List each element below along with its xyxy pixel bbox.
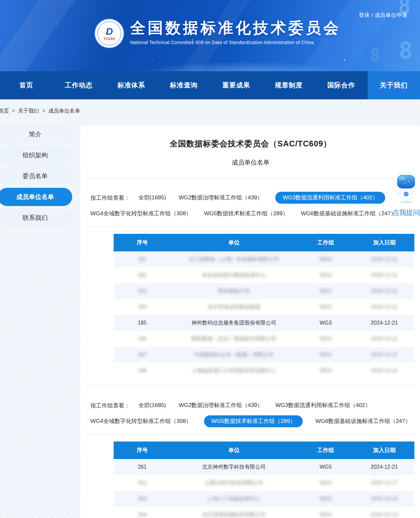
- cell-wg: WG3: [297, 331, 354, 347]
- login-apply-link[interactable]: 登录 / 成员单位申请: [359, 12, 407, 19]
- cell-text-unit: 数联数据（北京）数据技术有限公司: [191, 336, 276, 341]
- nav-item-standard-query[interactable]: 标准查询: [158, 71, 210, 99]
- filter-tab-wg5[interactable]: WG5数据技术标准工作组（289）: [204, 415, 303, 427]
- nav-item-regulations[interactable]: 规章制度: [263, 71, 315, 99]
- cell-text-seq: 183: [138, 288, 147, 294]
- cell-date: 2024-12-11: [354, 331, 414, 347]
- filter-group-label: 按工作组查看：: [90, 194, 130, 202]
- nav-item-standard-system[interactable]: 标准体系: [105, 71, 158, 99]
- cell-seq: 261: [114, 459, 171, 475]
- cell-text-unit: 北京市海淀区数据集团: [207, 304, 260, 310]
- table-row: 184北京市海淀区数据集团WG32024-12-11: [114, 299, 414, 315]
- sidebar-item-member-unit-list[interactable]: 成员单位名单: [0, 188, 72, 206]
- robot-mascot-icon[interactable]: [392, 172, 420, 203]
- cell-text-unit: 北京神州数字科技有限公司: [202, 464, 266, 470]
- cell-text-date: 2024-12-21: [371, 320, 398, 326]
- nav-item-home[interactable]: 首页: [0, 71, 53, 99]
- table-header-row: 序号单位工作组加入日期: [114, 441, 414, 459]
- cell-text-unit: 中国船级社认证（集团）有限公司: [194, 352, 274, 357]
- cell-text-wg: WG3: [320, 352, 332, 357]
- cell-text-wg: WG3: [320, 272, 332, 278]
- cell-wg: WG3: [297, 347, 354, 363]
- filter-tab-wg3[interactable]: WG3数据流通利用标准工作组（402）: [275, 192, 385, 204]
- cell-text-unit: 北京思维造物科技有限公司: [202, 512, 266, 517]
- column-header: 单位: [171, 441, 297, 459]
- filter-tab-wg6[interactable]: WG6数据基础设施标准工作组（247）: [301, 208, 396, 220]
- table-row: 262山西云时代科技有限公司WG52024-12-17: [114, 475, 414, 491]
- cell-text-wg: WG3: [320, 256, 332, 262]
- cell-text-unit: 上海临港浦江大学国际科技创新中心: [191, 368, 276, 373]
- filter-tab-all[interactable]: 全部(1685): [138, 192, 166, 204]
- cell-seq: 183: [114, 283, 171, 299]
- filter-tab-wg4[interactable]: WG4全域数字化转型标准工作组（308）: [90, 208, 191, 220]
- cell-date: 2024-12-13: [354, 491, 414, 507]
- breadcrumb-item[interactable]: 关于我们: [18, 108, 39, 115]
- filter-block-wg5: 按工作组查看：全部(1685)WG2数据治理标准工作组（439）WG3数据流通利…: [80, 386, 420, 431]
- filter-tab-all[interactable]: 全部(1685): [138, 399, 166, 411]
- cell-seq: 184: [114, 299, 171, 315]
- sidebar-item-member-list[interactable]: 委员名单: [0, 167, 72, 185]
- nav-item-about-us[interactable]: 关于我们: [368, 71, 420, 99]
- filter-tab-wg5[interactable]: WG5数据技术标准工作组（289）: [204, 208, 288, 220]
- site-title: 全国数据标准化技术委员会: [130, 19, 341, 37]
- filter-group-label: 按工作组查看：: [90, 402, 130, 409]
- table-row: 181长三角数链（上海）科技服务有限公司WG32024-12-11: [114, 251, 414, 267]
- filter-line: WG4全域数字化转型标准工作组（308）WG5数据技术标准工作组（289）WG6…: [90, 208, 411, 220]
- cell-unit: 上海临港浦江大学国际科技创新中心: [171, 363, 297, 379]
- sidebar-item-organization[interactable]: 组织架构: [0, 146, 72, 164]
- sidebar-item-intro[interactable]: 简介: [0, 125, 72, 143]
- table-row: 185神州数码信息服务集团股份有限公司WG32024-12-21: [114, 315, 414, 331]
- cell-seq: 264: [114, 507, 171, 518]
- cell-date: 2024-12-21: [354, 315, 414, 331]
- committee-logo: D TC609: [95, 19, 124, 48]
- column-header: 单位: [171, 234, 297, 251]
- cell-text-wg: WG3: [320, 336, 332, 341]
- cell-seq: 263: [114, 491, 171, 507]
- cell-text-date: 2024-12-13: [371, 496, 398, 501]
- cell-date: 2024-12-17: [354, 475, 414, 491]
- cell-text-unit: 山西云时代科技有限公司: [205, 480, 263, 486]
- nav-item-international[interactable]: 国际合作: [315, 71, 368, 99]
- cell-text-date: 2024-12-11: [371, 368, 398, 373]
- cell-seq: 185: [114, 315, 171, 331]
- cell-date: 2024-12-11: [354, 251, 414, 267]
- cell-text-date: 2024-12-11: [371, 352, 398, 357]
- brand: D TC609 全国数据标准化技术委员会 National Technical …: [95, 19, 341, 48]
- cell-text-seq: 182: [138, 272, 147, 278]
- page-title: 全国数据标委会技术委员会（SAC/TC609）: [80, 138, 420, 149]
- ask-me-link[interactable]: 点我提问: [391, 208, 420, 217]
- decorative-digit: 8: [370, 46, 380, 64]
- cell-seq: 181: [114, 251, 171, 267]
- column-header: 加入日期: [354, 441, 414, 459]
- filter-tab-wg3[interactable]: WG3数据流通利用标准工作组（402）: [275, 399, 371, 411]
- banner-sparkles: [53, 10, 54, 11]
- cell-date: 2024-12-11: [354, 267, 414, 283]
- breadcrumb: 首页>关于我们>成员单位名单: [0, 99, 420, 123]
- cell-unit: 北京神州数字科技有限公司: [171, 459, 297, 475]
- decorative-digit: 8: [399, 39, 413, 62]
- filter-tab-wg2[interactable]: WG2数据治理标准工作组（439）: [179, 192, 263, 204]
- cell-text-unit: 长三角数链（上海）科技服务有限公司: [189, 256, 279, 262]
- filter-tab-wg4[interactable]: WG4全域数字化转型标准工作组（308）: [90, 415, 191, 427]
- cell-wg: WG5: [297, 491, 354, 507]
- cell-text-wg: WG5: [320, 464, 332, 470]
- table-row: 182农业农村部大数据发展中心WG32024-12-11: [114, 267, 414, 283]
- filter-tab-wg2[interactable]: WG2数据治理标准工作组（439）: [179, 399, 263, 411]
- cell-wg: WG3: [297, 251, 354, 267]
- assistant-widget: 点我提问: [391, 172, 420, 217]
- breadcrumb-item[interactable]: 首页: [0, 108, 9, 115]
- cell-wg: WG3: [297, 315, 354, 331]
- table-header-row: 序号单位工作组加入日期: [114, 234, 414, 251]
- nav-item-work-news[interactable]: 工作动态: [53, 71, 105, 99]
- cell-unit: 中国船级社认证（集团）有限公司: [171, 347, 297, 363]
- sidebar-item-contact-us[interactable]: 联系我们: [0, 209, 72, 227]
- banner: 8 8 8 登录 / 成员单位申请 D TC609 全国数据标准化技术委员会 N…: [0, 0, 420, 71]
- cell-unit: 神州数码信息服务集团股份有限公司: [171, 315, 297, 331]
- cell-text-date: 2024-12-11: [371, 288, 398, 294]
- cell-date: 2024-12-21: [354, 459, 414, 475]
- cell-wg: WG5: [297, 459, 354, 475]
- cell-unit: 长三角数链（上海）科技服务有限公司: [171, 251, 297, 267]
- filter-tab-wg6[interactable]: WG6数据基础设施标准工作组（247）: [315, 415, 411, 427]
- nav-item-key-achievements[interactable]: 重要成果: [210, 71, 263, 99]
- cell-wg: WG3: [297, 267, 354, 283]
